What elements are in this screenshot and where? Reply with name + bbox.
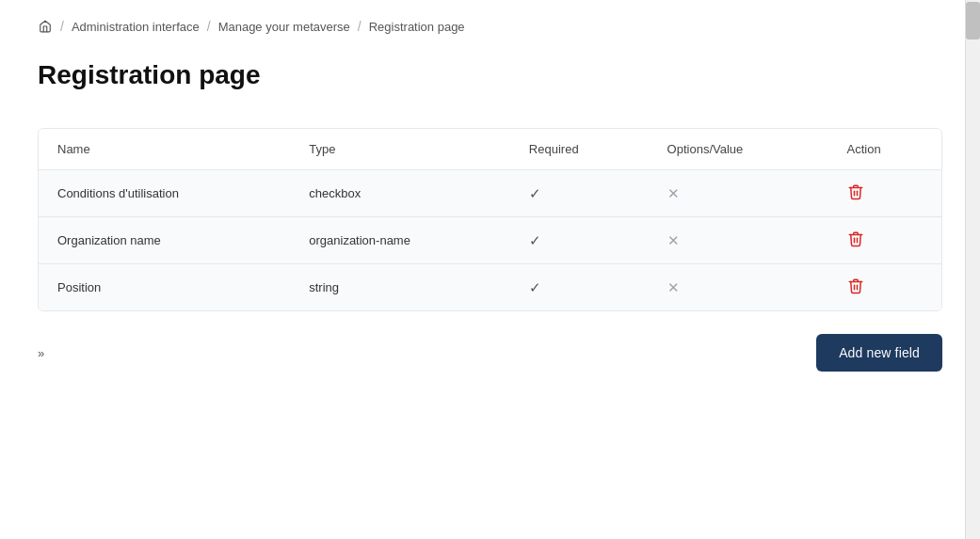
- cross-icon: ✕: [667, 232, 680, 248]
- table-row: Positionstring✓✕: [39, 264, 941, 311]
- table-container: Name Type Required Options/Value Action …: [38, 128, 942, 311]
- breadcrumb-separator-3: /: [358, 19, 361, 34]
- breadcrumb-current: Registration page: [369, 20, 465, 34]
- cell-name: Position: [39, 264, 290, 311]
- breadcrumb: / Administration interface / Manage your…: [38, 19, 942, 34]
- page-wrapper: / Administration interface / Manage your…: [0, 0, 980, 539]
- breadcrumb-admin[interactable]: Administration interface: [72, 20, 200, 34]
- table-row: Conditions d'utilisationcheckbox✓✕: [39, 170, 941, 217]
- table-row: Organization nameorganization-name✓✕: [39, 217, 941, 264]
- breadcrumb-metaverse[interactable]: Manage your metaverse: [218, 20, 350, 34]
- cell-name: Organization name: [39, 217, 290, 264]
- cell-type: checkbox: [290, 170, 510, 217]
- add-new-field-button[interactable]: Add new field: [816, 334, 942, 372]
- scrollbar-thumb[interactable]: [966, 2, 980, 40]
- delete-button[interactable]: [847, 183, 864, 200]
- column-header-options: Options/Value: [649, 129, 828, 170]
- cell-action: [828, 264, 941, 311]
- breadcrumb-separator-2: /: [207, 19, 211, 34]
- check-icon: ✓: [529, 279, 541, 295]
- cross-icon: ✕: [667, 185, 680, 201]
- bottom-row: » Add new field: [38, 334, 942, 372]
- column-header-name: Name: [39, 129, 290, 170]
- scrollbar[interactable]: [965, 0, 980, 539]
- cross-icon: ✕: [667, 279, 680, 295]
- registration-table: Name Type Required Options/Value Action …: [39, 129, 941, 310]
- cell-action: [828, 217, 941, 264]
- page-title: Registration page: [38, 60, 942, 90]
- check-icon: ✓: [529, 185, 541, 201]
- check-icon: ✓: [529, 232, 541, 248]
- cell-type: organization-name: [290, 217, 510, 264]
- cell-options: ✕: [649, 264, 828, 311]
- column-header-type: Type: [290, 129, 510, 170]
- cell-type: string: [290, 264, 510, 311]
- column-header-required: Required: [510, 129, 649, 170]
- cell-options: ✕: [649, 217, 828, 264]
- breadcrumb-separator-1: /: [60, 19, 64, 34]
- delete-button[interactable]: [847, 230, 864, 247]
- cell-options: ✕: [649, 170, 828, 217]
- column-header-action: Action: [828, 129, 941, 170]
- expand-icon[interactable]: »: [38, 346, 44, 360]
- delete-button[interactable]: [847, 277, 864, 294]
- cell-required: ✓: [510, 170, 649, 217]
- table-header-row: Name Type Required Options/Value Action: [39, 129, 941, 170]
- cell-name: Conditions d'utilisation: [39, 170, 290, 217]
- home-icon[interactable]: [38, 19, 53, 34]
- cell-required: ✓: [510, 217, 649, 264]
- cell-required: ✓: [510, 264, 649, 311]
- cell-action: [828, 170, 941, 217]
